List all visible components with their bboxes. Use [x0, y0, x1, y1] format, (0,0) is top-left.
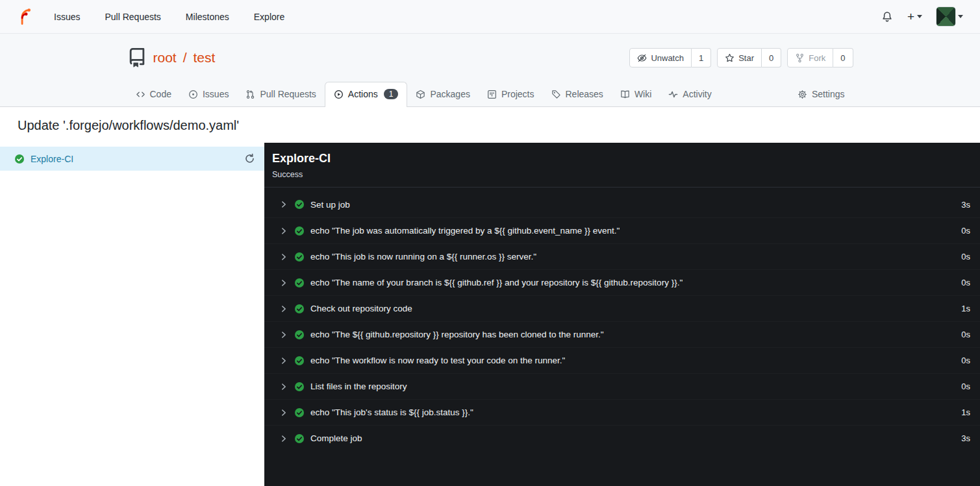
- tab-projects[interactable]: Projects: [479, 82, 543, 107]
- step-name: echo "This job is now running on a ${{ r…: [310, 252, 536, 261]
- step-duration: 0s: [961, 382, 970, 391]
- step-name: Check out repository code: [310, 304, 412, 313]
- pulse-icon: [668, 90, 678, 99]
- pull-request-icon: [245, 90, 255, 99]
- create-new-button[interactable]: +: [907, 10, 922, 23]
- chevron-right-icon[interactable]: [279, 434, 288, 443]
- job-name: Explore-CI: [31, 154, 73, 164]
- gear-icon: [798, 90, 807, 99]
- step-row[interactable]: List files in the repository 0s: [264, 373, 980, 399]
- caret-down-icon: [958, 15, 963, 18]
- step-row[interactable]: echo "This job's status is ${{ job.statu…: [264, 399, 980, 425]
- tab-activity[interactable]: Activity: [660, 82, 720, 107]
- tab-issues[interactable]: Issues: [180, 82, 237, 107]
- avatar: [936, 7, 955, 26]
- navbar-item-milestones[interactable]: Milestones: [186, 12, 229, 22]
- chevron-right-icon[interactable]: [279, 304, 288, 313]
- chevron-right-icon[interactable]: [279, 200, 288, 209]
- tab-wiki[interactable]: Wiki: [612, 82, 660, 107]
- step-success-icon: [294, 433, 305, 444]
- chevron-right-icon[interactable]: [279, 252, 288, 261]
- step-row[interactable]: echo "This job is now running on a ${{ r…: [264, 243, 980, 269]
- eye-off-icon: [637, 53, 647, 63]
- unwatch-button[interactable]: Unwatch: [629, 48, 692, 67]
- tab-actions[interactable]: Actions 1: [325, 82, 408, 108]
- step-success-icon: [294, 278, 305, 288]
- step-duration: 0s: [961, 278, 970, 287]
- play-circle-icon: [334, 90, 344, 99]
- step-row[interactable]: echo "The name of your branch is ${{ git…: [264, 269, 980, 295]
- tab-settings[interactable]: Settings: [789, 82, 853, 107]
- repo-name-link[interactable]: test: [194, 50, 216, 66]
- step-success-icon: [294, 356, 305, 366]
- chevron-right-icon[interactable]: [279, 278, 288, 287]
- chevron-right-icon[interactable]: [279, 330, 288, 339]
- issue-circle-icon: [188, 90, 198, 99]
- step-name: Set up job: [310, 200, 350, 210]
- notifications-button[interactable]: [881, 11, 893, 23]
- step-duration: 3s: [961, 433, 970, 443]
- navbar-item-issues[interactable]: Issues: [54, 12, 80, 22]
- repo-owner-link[interactable]: root: [153, 50, 177, 66]
- stars-count[interactable]: 0: [762, 48, 781, 67]
- forgejo-logo[interactable]: [17, 8, 34, 25]
- chevron-right-icon[interactable]: [279, 408, 288, 417]
- job-success-icon: [14, 154, 25, 164]
- repo-actions: Unwatch 1 Star 0: [629, 48, 853, 67]
- repo-title: root / test: [127, 48, 216, 67]
- step-success-icon: [294, 252, 305, 262]
- step-duration: 0s: [961, 356, 970, 365]
- tab-code[interactable]: Code: [127, 82, 180, 107]
- job-log-panel: Explore-CI Success Set up job 3s echo "T…: [264, 143, 980, 486]
- step-name: echo "The ${{ github.repository }} repos…: [310, 330, 604, 339]
- repo-separator: /: [183, 50, 187, 66]
- repo-header: root / test Unwatch: [0, 34, 980, 107]
- actions-count-badge: 1: [384, 89, 399, 99]
- repo-tabs: Code Issues Pull Requests: [127, 78, 853, 107]
- step-row[interactable]: echo "The ${{ github.repository }} repos…: [264, 321, 980, 347]
- navbar-item-explore[interactable]: Explore: [254, 12, 284, 22]
- step-row[interactable]: Set up job 3s: [264, 191, 980, 217]
- project-board-icon: [487, 90, 497, 99]
- star-button-group: Star 0: [717, 48, 781, 67]
- step-duration: 1s: [961, 407, 970, 417]
- step-duration: 0s: [961, 252, 970, 261]
- job-item-explore-ci[interactable]: Explore-CI: [0, 147, 264, 171]
- chevron-right-icon[interactable]: [279, 356, 288, 365]
- step-name: echo "This job's status is ${{ job.statu…: [310, 407, 473, 417]
- user-menu-button[interactable]: [936, 7, 963, 26]
- job-log-header: Explore-CI Success: [264, 143, 980, 188]
- rerun-job-icon[interactable]: [244, 153, 255, 164]
- tag-icon: [551, 90, 561, 99]
- star-button[interactable]: Star: [717, 48, 762, 67]
- step-name: echo "The name of your branch is ${{ git…: [310, 278, 683, 287]
- run-title: Update '.forgejo/workflows/demo.yaml': [0, 107, 980, 143]
- navbar-item-pull-requests[interactable]: Pull Requests: [105, 12, 160, 22]
- plus-icon: +: [907, 10, 914, 23]
- step-row[interactable]: Check out repository code 1s: [264, 295, 980, 321]
- watchers-count[interactable]: 1: [692, 48, 711, 67]
- step-success-icon: [294, 330, 305, 340]
- step-row[interactable]: Complete job 3s: [264, 425, 980, 451]
- step-row[interactable]: echo "The workflow is now ready to test …: [264, 347, 980, 373]
- chevron-right-icon[interactable]: [279, 382, 288, 391]
- tab-packages[interactable]: Packages: [407, 82, 478, 107]
- step-name: Complete job: [310, 433, 362, 443]
- step-name: List files in the repository: [310, 382, 407, 391]
- caret-down-icon: [917, 15, 922, 18]
- chevron-right-icon[interactable]: [279, 226, 288, 236]
- unwatch-button-group: Unwatch 1: [629, 48, 711, 67]
- tab-pull-requests[interactable]: Pull Requests: [237, 82, 324, 107]
- step-row[interactable]: echo "The job was automatically triggere…: [264, 217, 980, 243]
- step-duration: 0s: [961, 330, 970, 339]
- step-name: echo "The job was automatically triggere…: [310, 226, 620, 236]
- fork-button-group: Fork 0: [787, 48, 853, 67]
- step-duration: 0s: [961, 226, 970, 236]
- forks-count[interactable]: 0: [833, 48, 853, 67]
- job-status-text: Success: [272, 170, 972, 179]
- bell-icon: [881, 11, 893, 23]
- step-success-icon: [294, 382, 305, 392]
- tab-releases[interactable]: Releases: [543, 82, 612, 107]
- package-icon: [416, 90, 425, 99]
- fork-button[interactable]: Fork: [787, 48, 833, 67]
